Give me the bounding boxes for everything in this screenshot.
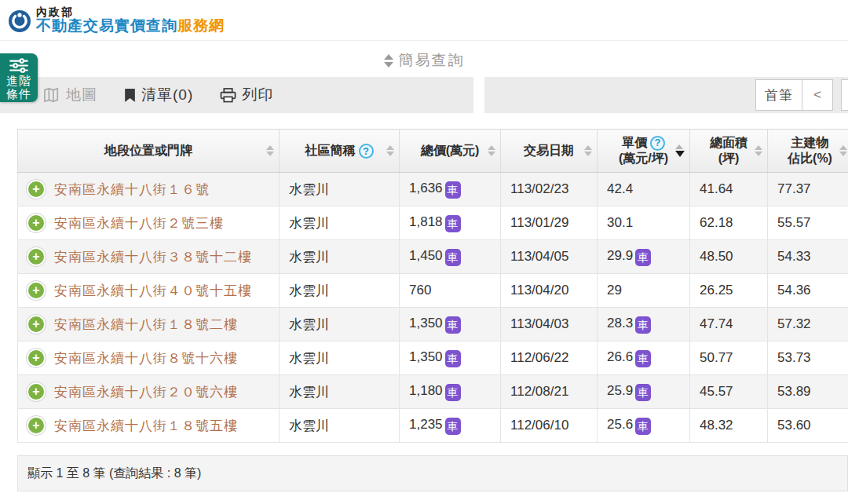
site-title-accent: 服務網 bbox=[177, 17, 225, 34]
date-cell: 112/06/10 bbox=[501, 409, 598, 443]
area-cell: 48.50 bbox=[690, 240, 768, 274]
pagination-next-button[interactable] bbox=[841, 79, 848, 111]
column-header-price[interactable]: 總價(萬元) bbox=[400, 130, 501, 173]
unit-price-cell: 25.6車 bbox=[598, 409, 690, 443]
address-link[interactable]: 安南區永續十八街４０號十五樓 bbox=[54, 283, 252, 298]
query-mode-label: 簡易查詢 bbox=[399, 50, 465, 71]
parking-badge: 車 bbox=[445, 418, 461, 435]
site-brand: 內政部 不動產交易實價查詢服務網 bbox=[36, 6, 225, 35]
area-cell: 62.18 bbox=[690, 206, 768, 240]
address-link[interactable]: 安南區永續十八街２０號六樓 bbox=[54, 385, 238, 400]
unit-price-cell: 28.3車 bbox=[598, 308, 690, 341]
expand-row-plus-icon[interactable]: + bbox=[28, 350, 44, 366]
ratio-cell: 53.89 bbox=[768, 375, 848, 409]
table-row: +安南區永續十八街８號十六樓 水雲川 1,350車 112/06/22 26.6… bbox=[18, 341, 848, 375]
parking-badge: 車 bbox=[445, 350, 461, 367]
area-cell: 48.32 bbox=[690, 409, 768, 443]
pagination-first-button[interactable]: 首筆 bbox=[755, 79, 802, 111]
unit-price-cell: 29.9車 bbox=[598, 240, 690, 274]
site-header: 內政部 不動產交易實價查詢服務網 bbox=[0, 5, 848, 41]
community-cell: 水雲川 bbox=[280, 341, 400, 375]
expand-row-plus-icon[interactable]: + bbox=[28, 283, 44, 298]
help-icon[interactable]: ? bbox=[650, 136, 665, 151]
price-cell: 1,818車 bbox=[400, 206, 501, 240]
price-cell: 1,235車 bbox=[400, 409, 501, 443]
expand-row-plus-icon[interactable]: + bbox=[28, 316, 44, 332]
address-link[interactable]: 安南區永續十八街３８號十二樓 bbox=[54, 250, 252, 265]
sort-icon bbox=[488, 145, 495, 156]
column-header-date[interactable]: 交易日期 bbox=[501, 130, 598, 173]
column-header-area[interactable]: 總面積(坪) bbox=[690, 130, 768, 173]
map-icon bbox=[43, 87, 60, 103]
sort-icon bbox=[386, 145, 394, 156]
expand-row-plus-icon[interactable]: + bbox=[28, 384, 44, 400]
ratio-cell: 55.57 bbox=[768, 206, 848, 240]
price-cell: 1,450車 bbox=[400, 240, 501, 274]
date-cell: 113/04/05 bbox=[501, 240, 598, 274]
list-view-button[interactable]: 清單(0) bbox=[124, 85, 193, 105]
price-cell: 1,636車 bbox=[400, 173, 501, 206]
address-link[interactable]: 安南區永續十八街２號三樓 bbox=[54, 216, 224, 231]
date-cell: 112/08/21 bbox=[501, 375, 598, 409]
area-cell: 41.64 bbox=[690, 173, 768, 206]
expand-row-plus-icon[interactable]: + bbox=[28, 249, 44, 265]
expand-row-plus-icon[interactable]: + bbox=[28, 418, 44, 433]
moi-logo-icon bbox=[8, 9, 31, 33]
table-row: +安南區永續十八街１６號 水雲川 1,636車 113/02/23 42.4 4… bbox=[18, 173, 848, 206]
expand-row-plus-icon[interactable]: + bbox=[28, 181, 44, 197]
column-header-unit-price[interactable]: 單價? (萬元/坪) bbox=[598, 130, 690, 173]
sort-icon bbox=[755, 145, 762, 156]
sort-icon bbox=[839, 145, 847, 156]
parking-badge: 車 bbox=[635, 249, 651, 266]
advanced-conditions-button[interactable]: 進階條件 bbox=[0, 53, 38, 102]
printer-icon bbox=[220, 88, 236, 103]
address-link[interactable]: 安南區永續十八街１６號 bbox=[54, 182, 210, 197]
unit-price-cell: 25.9車 bbox=[598, 375, 690, 409]
price-cell: 1,350車 bbox=[400, 308, 501, 341]
site-title: 不動產交易實價查詢服務網 bbox=[36, 18, 225, 35]
result-summary-bar: 顯示 1 至 8 筆 (查詢結果 : 8 筆) bbox=[17, 455, 848, 491]
parking-badge: 車 bbox=[445, 181, 461, 199]
price-cell: 1,180車 bbox=[400, 375, 501, 409]
ratio-cell: 77.37 bbox=[768, 173, 848, 206]
column-header-community[interactable]: 社區簡稱? bbox=[280, 130, 400, 173]
area-cell: 47.74 bbox=[690, 308, 768, 341]
parking-badge: 車 bbox=[635, 316, 651, 334]
print-button[interactable]: 列印 bbox=[220, 85, 273, 105]
sort-icon bbox=[584, 145, 592, 156]
ratio-cell: 53.60 bbox=[768, 409, 848, 443]
help-icon[interactable]: ? bbox=[359, 144, 374, 159]
expand-row-plus-icon[interactable]: + bbox=[28, 215, 44, 231]
sort-icon bbox=[266, 145, 274, 156]
site-title-main: 不動產交易實價查詢 bbox=[36, 17, 177, 34]
date-cell: 113/04/20 bbox=[501, 274, 598, 308]
map-view-button[interactable]: 地圖 bbox=[43, 85, 97, 105]
expand-collapse-icon bbox=[384, 54, 393, 68]
price-cell: 760 bbox=[400, 274, 501, 308]
address-link[interactable]: 安南區永續十八街８號十六樓 bbox=[54, 351, 238, 366]
date-cell: 113/02/23 bbox=[501, 173, 598, 206]
bookmark-icon bbox=[124, 88, 136, 103]
address-link[interactable]: 安南區永續十八街１８號二樓 bbox=[54, 317, 238, 332]
community-cell: 水雲川 bbox=[280, 375, 400, 409]
column-header-ratio[interactable]: 主建物佔比(%) bbox=[768, 130, 848, 173]
table-header-row: 地段位置或門牌 社區簡稱? 總價(萬元) 交易日期 單價? (萬元/坪) bbox=[18, 130, 848, 173]
parking-badge: 車 bbox=[445, 215, 461, 232]
sort-icon-descending bbox=[675, 144, 685, 157]
ratio-cell: 57.32 bbox=[768, 308, 848, 341]
unit-price-cell: 42.4 bbox=[598, 173, 690, 206]
table-row: +安南區永續十八街１８號五樓 水雲川 1,235車 112/06/10 25.6… bbox=[18, 409, 848, 443]
parking-badge: 車 bbox=[445, 384, 461, 401]
pagination-prev-button[interactable]: < bbox=[802, 79, 833, 111]
price-cell: 1,350車 bbox=[400, 341, 501, 375]
list-view-label: 清單(0) bbox=[141, 85, 193, 105]
result-summary-text: 顯示 1 至 8 筆 (查詢結果 : 8 筆) bbox=[27, 466, 201, 482]
map-view-label: 地圖 bbox=[66, 85, 97, 105]
ratio-cell: 53.73 bbox=[768, 341, 848, 375]
community-cell: 水雲川 bbox=[280, 274, 400, 308]
community-cell: 水雲川 bbox=[280, 173, 400, 206]
query-mode-selector[interactable]: 簡易查詢 bbox=[0, 47, 848, 74]
address-link[interactable]: 安南區永續十八街１８號五樓 bbox=[54, 418, 238, 433]
community-cell: 水雲川 bbox=[280, 240, 400, 274]
column-header-address[interactable]: 地段位置或門牌 bbox=[18, 130, 280, 173]
